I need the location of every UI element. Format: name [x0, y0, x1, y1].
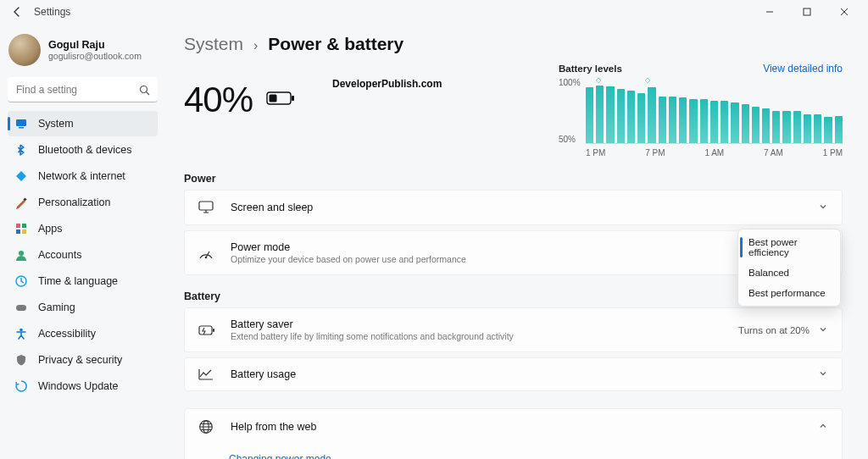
title-bar: Settings: [0, 0, 868, 24]
row-title: Battery saver: [231, 318, 514, 330]
row-title: Screen and sleep: [231, 202, 313, 213]
svg-rect-5: [16, 224, 20, 228]
monitor-icon: [198, 201, 215, 214]
x-label: 1 AM: [704, 148, 724, 158]
profile-block[interactable]: Gogul Raju gogulisro@outlook.com: [5, 29, 160, 75]
chart-bar: [679, 97, 687, 143]
chart-bar: [731, 102, 738, 143]
sidebar-item-accessibility[interactable]: Accessibility: [8, 321, 158, 346]
chart-bar: [752, 107, 760, 143]
y-label-100: 100%: [559, 78, 582, 87]
sidebar-item-label: Accessibility: [38, 328, 96, 340]
sidebar-item-network-internet[interactable]: Network & internet: [8, 163, 158, 189]
sidebar-item-privacy-security[interactable]: Privacy & security: [8, 347, 158, 373]
sidebar-item-label: Network & internet: [38, 170, 125, 182]
app-title: Settings: [34, 6, 70, 18]
sidebar-item-accounts[interactable]: Accounts: [8, 242, 158, 268]
sidebar-item-bluetooth-devices[interactable]: Bluetooth & devices: [8, 137, 158, 163]
avatar: [8, 34, 41, 66]
svg-rect-16: [199, 202, 213, 210]
sidebar-item-system[interactable]: System: [8, 111, 158, 136]
back-button[interactable]: [5, 0, 29, 24]
x-label: 1 PM: [823, 148, 843, 158]
personalization-icon: [14, 196, 28, 209]
svg-point-17: [205, 256, 208, 258]
battery-chart-block: Battery levels View detailed info 100% 5…: [559, 63, 843, 158]
profile-email: gogulisro@outlook.com: [48, 51, 142, 61]
sidebar-item-time-language[interactable]: Time & language: [8, 268, 158, 294]
accessibility-icon: [14, 327, 28, 340]
sidebar-item-windows-update[interactable]: Windows Update: [8, 373, 158, 399]
update-icon: [14, 379, 28, 393]
svg-rect-7: [16, 230, 20, 234]
maximize-button[interactable]: [788, 0, 826, 24]
battery-usage-row[interactable]: Battery usage: [184, 357, 843, 391]
battery-percent: 40%: [184, 80, 253, 120]
battery-usage-icon: [198, 368, 215, 380]
apps-icon: [14, 222, 28, 235]
chart-bar: [627, 91, 635, 143]
sidebar: Gogul Raju gogulisro@outlook.com SystemB…: [0, 24, 165, 459]
help-link-changing-power-mode[interactable]: Changing power mode: [185, 445, 842, 459]
power-mode-option[interactable]: Best power efficiency: [738, 232, 840, 263]
power-mode-option[interactable]: Best performance: [738, 283, 840, 303]
chart-bar: [659, 97, 666, 143]
sidebar-item-label: Gaming: [38, 301, 75, 313]
search-input[interactable]: [8, 77, 158, 102]
sidebar-item-label: Bluetooth & devices: [38, 144, 132, 156]
svg-rect-2: [16, 119, 26, 126]
svg-rect-19: [213, 329, 214, 332]
sidebar-item-label: Privacy & security: [38, 354, 122, 366]
chevron-down-icon: [818, 368, 828, 380]
power-mode-menu: Best power efficiencyBalancedBest perfor…: [737, 229, 841, 307]
chevron-down-icon: [818, 202, 828, 213]
sidebar-item-gaming[interactable]: Gaming: [8, 295, 158, 320]
svg-rect-14: [292, 96, 294, 101]
svg-rect-11: [16, 305, 26, 311]
svg-rect-0: [804, 8, 810, 15]
sidebar-item-label: Personalization: [38, 196, 110, 208]
charge-marker-icon: ◇: [596, 76, 601, 84]
close-button[interactable]: [826, 0, 863, 24]
breadcrumb-parent[interactable]: System: [184, 34, 243, 54]
breadcrumb: System › Power & battery: [184, 34, 843, 54]
help-from-web-row[interactable]: Help from the web Changing power mode: [184, 408, 843, 459]
privacy-icon: [14, 353, 28, 367]
sidebar-item-personalization[interactable]: Personalization: [8, 190, 158, 215]
sidebar-item-apps[interactable]: Apps: [8, 216, 158, 241]
battery-saver-row[interactable]: Battery saver Extend battery life by lim…: [184, 307, 843, 352]
chart-bar: [669, 97, 676, 143]
bluetooth-icon: [14, 143, 28, 157]
chart-bar: [772, 111, 780, 143]
battery-chart[interactable]: 100% 50% 1 PM7 PM1 AM7 AM1 PM ◇ ◇: [559, 76, 843, 158]
accounts-icon: [14, 248, 28, 262]
svg-rect-18: [199, 326, 212, 335]
screen-and-sleep-row[interactable]: Screen and sleep: [184, 190, 843, 225]
chart-bar: [742, 104, 749, 143]
row-title: Power mode: [231, 241, 466, 253]
svg-rect-8: [22, 230, 26, 234]
section-label-power: Power: [184, 173, 843, 185]
chart-bar: [835, 116, 843, 143]
chart-bar: [617, 89, 625, 143]
profile-name: Gogul Raju: [48, 39, 142, 51]
chart-bar: [710, 101, 718, 143]
chevron-down-icon: [818, 324, 828, 336]
chart-bar: [637, 93, 645, 143]
row-subtitle: Extend battery life by limiting some not…: [231, 331, 514, 341]
gaming-icon: [14, 301, 28, 314]
chart-bar: [700, 99, 708, 143]
charge-marker-icon: ◇: [645, 76, 650, 84]
x-label: 7 PM: [645, 148, 665, 158]
chart-bar: [804, 114, 811, 144]
chevron-up-icon: [818, 421, 828, 433]
chart-title: Battery levels: [559, 64, 622, 74]
search-icon: [139, 84, 150, 99]
power-mode-option[interactable]: Balanced: [738, 263, 840, 283]
minimize-button[interactable]: [751, 0, 788, 24]
sidebar-item-label: Accounts: [38, 249, 81, 261]
x-label: 7 AM: [764, 148, 783, 158]
view-detailed-info-link[interactable]: View detailed info: [763, 63, 843, 75]
chart-bar: [824, 117, 832, 143]
battery-saver-icon: [198, 324, 215, 336]
